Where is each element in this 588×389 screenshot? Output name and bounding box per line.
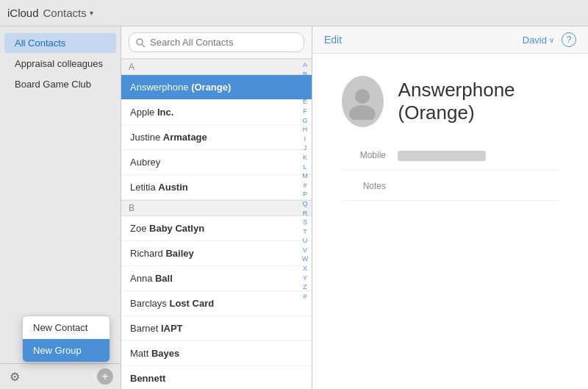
- list-item[interactable]: Justine Armatage: [121, 125, 312, 150]
- app-title[interactable]: iCloud Contacts ▾: [7, 7, 93, 19]
- sidebar-group-list: All Contacts Appraisal colleagues Board …: [0, 26, 121, 363]
- icloud-label: iCloud: [7, 7, 39, 19]
- alpha-e[interactable]: E: [303, 97, 307, 107]
- contact-fields: Mobile Notes: [342, 149, 559, 201]
- list-item[interactable]: Zoe Baby Catlyn: [121, 216, 312, 241]
- alpha-m[interactable]: M: [302, 171, 308, 181]
- alpha-x[interactable]: X: [303, 264, 307, 274]
- contacts-scroll: A Answerphone (Orange) Apple Inc. Justin…: [121, 59, 312, 389]
- alpha-hash[interactable]: #: [303, 181, 306, 190]
- list-item[interactable]: Bennett: [121, 366, 312, 389]
- alpha-p[interactable]: P: [303, 190, 307, 199]
- search-input[interactable]: [129, 32, 304, 52]
- sidebar-item-appraisal[interactable]: Appraisal colleagues: [4, 54, 116, 74]
- alphabet-sidebar: A B C D E F G H I J K L M # P Q R S T U: [298, 59, 312, 389]
- add-button[interactable]: +: [97, 368, 113, 385]
- help-button[interactable]: ?: [562, 32, 576, 47]
- contact-list-panel: A Answerphone (Orange) Apple Inc. Justin…: [121, 26, 312, 389]
- list-item[interactable]: Aubrey: [121, 150, 312, 175]
- search-bar: [121, 26, 312, 59]
- sidebar-item-board-game-club[interactable]: Board Game Club: [4, 74, 116, 94]
- notes-label: Notes: [342, 181, 386, 191]
- contact-name: Answerphone (Orange): [398, 79, 559, 124]
- list-item[interactable]: Barnet IAPT: [121, 316, 312, 341]
- notes-field-row: Notes: [342, 181, 559, 201]
- mobile-value-blurred: [398, 151, 486, 161]
- main-layout: All Contacts Appraisal colleagues Board …: [0, 26, 588, 389]
- detail-content: Answerphone (Orange) Mobile Notes: [312, 54, 588, 389]
- alpha-h[interactable]: H: [303, 125, 308, 135]
- edit-button[interactable]: Edit: [324, 34, 342, 46]
- list-item[interactable]: Anna Ball: [121, 266, 312, 291]
- alpha-z[interactable]: Z: [303, 282, 307, 292]
- alpha-r[interactable]: R: [303, 209, 308, 218]
- alpha-t[interactable]: T: [303, 227, 307, 237]
- user-menu[interactable]: David ∨: [523, 35, 554, 46]
- alpha-g[interactable]: G: [302, 116, 307, 126]
- alpha-l[interactable]: L: [303, 163, 306, 172]
- alpha-b[interactable]: B: [303, 70, 307, 79]
- avatar-icon: [344, 83, 381, 120]
- mobile-label: Mobile: [342, 149, 386, 160]
- list-item[interactable]: Apple Inc.: [121, 100, 312, 125]
- chevron-down-icon: ∨: [549, 36, 554, 44]
- svg-point-1: [349, 105, 376, 120]
- sidebar-item-all-contacts[interactable]: All Contacts: [4, 33, 116, 53]
- product-label: Contacts: [43, 7, 87, 19]
- header-right: David ∨ ?: [523, 32, 576, 47]
- alpha-a[interactable]: A: [303, 60, 307, 70]
- alpha-w[interactable]: W: [302, 254, 309, 264]
- alpha-d[interactable]: D: [303, 88, 308, 98]
- alpha-num[interactable]: #: [303, 292, 306, 301]
- avatar: [342, 76, 384, 127]
- alpha-i[interactable]: I: [304, 135, 306, 144]
- list-item[interactable]: Answerphone (Orange): [121, 75, 312, 100]
- detail-header: Edit David ∨ ?: [312, 26, 588, 54]
- svg-point-0: [355, 89, 370, 104]
- sidebar: All Contacts Appraisal colleagues Board …: [0, 26, 121, 389]
- alpha-f[interactable]: F: [303, 107, 307, 116]
- list-item[interactable]: Matt Bayes: [121, 341, 312, 366]
- context-menu-new-group[interactable]: New Group: [23, 339, 110, 362]
- list-item[interactable]: Barclays Lost Card: [121, 291, 312, 316]
- context-menu: New Contact New Group: [22, 315, 110, 363]
- list-item[interactable]: Letitia Austin: [121, 175, 312, 200]
- alpha-u[interactable]: U: [303, 236, 308, 246]
- alpha-j[interactable]: J: [304, 143, 307, 153]
- alpha-k[interactable]: K: [303, 153, 307, 163]
- mobile-field-row: Mobile: [342, 149, 559, 171]
- detail-panel: Edit David ∨ ? Answer: [312, 26, 588, 389]
- context-menu-new-contact[interactable]: New Contact: [23, 316, 110, 339]
- section-header-a: A: [121, 59, 312, 75]
- alpha-v[interactable]: V: [303, 246, 307, 255]
- list-item[interactable]: Richard Bailey: [121, 241, 312, 266]
- sidebar-footer: New Contact New Group ⚙ +: [0, 363, 121, 389]
- alpha-s[interactable]: S: [303, 218, 307, 227]
- alpha-q[interactable]: Q: [302, 199, 307, 209]
- top-bar: iCloud Contacts ▾: [0, 0, 588, 26]
- alpha-c[interactable]: C: [303, 79, 308, 88]
- contact-hero: Answerphone (Orange): [342, 76, 559, 127]
- chevron-down-icon: ▾: [90, 9, 93, 17]
- section-header-b: B: [121, 200, 312, 216]
- alpha-y[interactable]: Y: [303, 274, 307, 283]
- gear-icon[interactable]: ⚙: [7, 369, 22, 384]
